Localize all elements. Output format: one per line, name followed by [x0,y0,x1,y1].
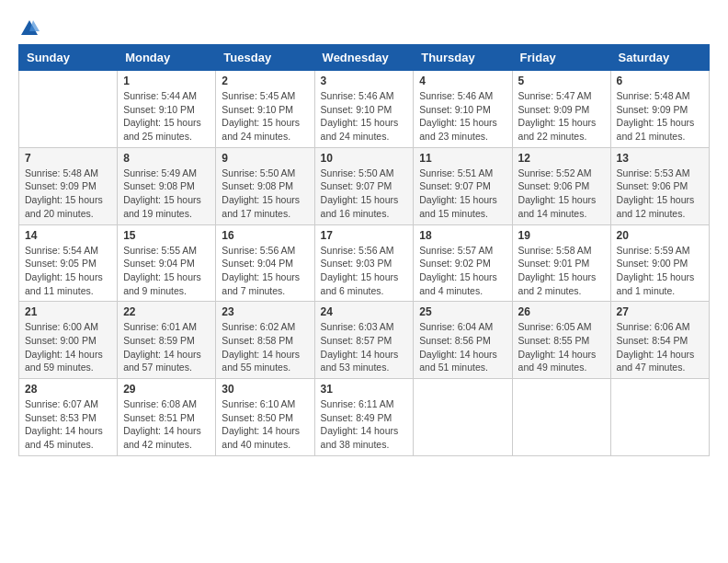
logo-icon [19,18,40,39]
day-detail: Sunrise: 6:08 AMSunset: 8:51 PMDaylight:… [123,397,210,452]
calendar-cell: 24 Sunrise: 6:03 AMSunset: 8:57 PMDaylig… [314,302,414,379]
calendar-cell: 27 Sunrise: 6:06 AMSunset: 8:54 PMDaylig… [610,302,709,379]
calendar-cell: 16 Sunrise: 5:56 AMSunset: 9:04 PMDaylig… [216,224,314,302]
calendar-cell: 26 Sunrise: 6:05 AMSunset: 8:55 PMDaylig… [512,302,610,379]
calendar-cell: 5 Sunrise: 5:47 AMSunset: 9:09 PMDayligh… [512,71,610,148]
weekday-header-tuesday: Tuesday [216,45,314,71]
day-detail: Sunrise: 6:01 AMSunset: 8:59 PMDaylight:… [123,320,210,374]
day-number: 16 [222,229,308,242]
day-number: 30 [222,383,308,396]
day-detail: Sunrise: 6:04 AMSunset: 8:56 PMDaylight:… [419,320,506,374]
day-detail: Sunrise: 5:46 AMSunset: 9:10 PMDaylight:… [321,89,408,144]
day-number: 17 [321,229,408,242]
day-detail: Sunrise: 5:48 AMSunset: 9:09 PMDaylight:… [25,167,111,221]
day-number: 1 [123,75,210,87]
calendar-cell [512,379,610,456]
day-detail: Sunrise: 6:02 AMSunset: 8:58 PMDaylight:… [222,320,308,374]
day-detail: Sunrise: 5:49 AMSunset: 9:08 PMDaylight:… [123,167,210,221]
day-number: 13 [617,152,703,165]
calendar-cell [610,379,709,456]
day-number: 3 [321,75,408,87]
calendar-cell: 19 Sunrise: 5:58 AMSunset: 9:01 PMDaylig… [512,224,610,302]
day-number: 9 [222,152,308,165]
day-number: 29 [123,383,210,396]
day-number: 15 [123,229,210,242]
calendar-cell: 20 Sunrise: 5:59 AMSunset: 9:00 PMDaylig… [610,224,709,302]
calendar-cell: 17 Sunrise: 5:56 AMSunset: 9:03 PMDaylig… [314,224,414,302]
calendar-cell: 25 Sunrise: 6:04 AMSunset: 8:56 PMDaylig… [414,302,512,379]
calendar-cell: 13 Sunrise: 5:53 AMSunset: 9:06 PMDaylig… [610,147,709,224]
day-detail: Sunrise: 6:03 AMSunset: 8:57 PMDaylight:… [321,320,408,374]
page-header [18,18,710,35]
day-number: 22 [123,305,210,318]
day-number: 23 [222,305,308,318]
weekday-header-wednesday: Wednesday [314,45,414,71]
day-number: 25 [419,305,506,318]
calendar-cell: 8 Sunrise: 5:49 AMSunset: 9:08 PMDayligh… [118,147,216,224]
calendar-cell: 28 Sunrise: 6:07 AMSunset: 8:53 PMDaylig… [19,379,118,456]
calendar-cell: 23 Sunrise: 6:02 AMSunset: 8:58 PMDaylig… [216,302,314,379]
logo [18,18,40,35]
day-detail: Sunrise: 5:50 AMSunset: 9:08 PMDaylight:… [222,167,308,221]
calendar-cell: 15 Sunrise: 5:55 AMSunset: 9:04 PMDaylig… [118,224,216,302]
weekday-header-friday: Friday [512,45,610,71]
calendar-cell: 21 Sunrise: 6:00 AMSunset: 9:00 PMDaylig… [19,302,118,379]
calendar-cell [19,71,118,148]
day-detail: Sunrise: 5:48 AMSunset: 9:09 PMDaylight:… [617,89,703,144]
weekday-header-sunday: Sunday [19,45,118,71]
day-number: 5 [518,75,605,87]
day-detail: Sunrise: 5:47 AMSunset: 9:09 PMDaylight:… [518,89,605,144]
day-number: 31 [321,383,408,396]
day-number: 12 [518,152,605,165]
day-detail: Sunrise: 5:50 AMSunset: 9:07 PMDaylight:… [321,167,408,221]
day-detail: Sunrise: 5:57 AMSunset: 9:02 PMDaylight:… [419,244,506,298]
day-number: 19 [518,229,605,242]
day-detail: Sunrise: 5:55 AMSunset: 9:04 PMDaylight:… [123,244,210,298]
calendar-week-row: 7 Sunrise: 5:48 AMSunset: 9:09 PMDayligh… [19,147,710,224]
day-detail: Sunrise: 6:06 AMSunset: 8:54 PMDaylight:… [617,320,703,374]
day-detail: Sunrise: 6:07 AMSunset: 8:53 PMDaylight:… [25,397,111,452]
calendar-cell: 12 Sunrise: 5:52 AMSunset: 9:06 PMDaylig… [512,147,610,224]
day-number: 26 [518,305,605,318]
calendar-cell: 22 Sunrise: 6:01 AMSunset: 8:59 PMDaylig… [118,302,216,379]
day-detail: Sunrise: 6:00 AMSunset: 9:00 PMDaylight:… [25,320,111,374]
day-number: 8 [123,152,210,165]
calendar-week-row: 1 Sunrise: 5:44 AMSunset: 9:10 PMDayligh… [19,71,710,148]
day-number: 4 [419,75,506,87]
day-number: 18 [419,229,506,242]
day-number: 21 [25,305,111,318]
day-detail: Sunrise: 5:51 AMSunset: 9:07 PMDaylight:… [419,167,506,221]
calendar-cell: 18 Sunrise: 5:57 AMSunset: 9:02 PMDaylig… [414,224,512,302]
calendar-cell: 30 Sunrise: 6:10 AMSunset: 8:50 PMDaylig… [216,379,314,456]
calendar-cell [414,379,512,456]
calendar-week-row: 14 Sunrise: 5:54 AMSunset: 9:05 PMDaylig… [19,224,710,302]
calendar-cell: 4 Sunrise: 5:46 AMSunset: 9:10 PMDayligh… [414,71,512,148]
calendar-cell: 11 Sunrise: 5:51 AMSunset: 9:07 PMDaylig… [414,147,512,224]
weekday-header-monday: Monday [118,45,216,71]
calendar-cell: 14 Sunrise: 5:54 AMSunset: 9:05 PMDaylig… [19,224,118,302]
day-detail: Sunrise: 5:52 AMSunset: 9:06 PMDaylight:… [518,167,605,221]
day-detail: Sunrise: 5:56 AMSunset: 9:04 PMDaylight:… [222,244,308,298]
day-number: 6 [617,75,703,87]
weekday-header-thursday: Thursday [414,45,512,71]
calendar-header-row: SundayMondayTuesdayWednesdayThursdayFrid… [19,45,710,71]
calendar-cell: 31 Sunrise: 6:11 AMSunset: 8:49 PMDaylig… [314,379,414,456]
day-number: 28 [25,383,111,396]
calendar-week-row: 21 Sunrise: 6:00 AMSunset: 9:00 PMDaylig… [19,302,710,379]
day-detail: Sunrise: 5:44 AMSunset: 9:10 PMDaylight:… [123,89,210,144]
day-number: 20 [617,229,703,242]
day-detail: Sunrise: 5:58 AMSunset: 9:01 PMDaylight:… [518,244,605,298]
day-detail: Sunrise: 5:56 AMSunset: 9:03 PMDaylight:… [321,244,408,298]
day-detail: Sunrise: 5:54 AMSunset: 9:05 PMDaylight:… [25,244,111,298]
day-number: 14 [25,229,111,242]
calendar-cell: 29 Sunrise: 6:08 AMSunset: 8:51 PMDaylig… [118,379,216,456]
day-detail: Sunrise: 5:45 AMSunset: 9:10 PMDaylight:… [222,89,308,144]
day-number: 7 [25,152,111,165]
day-number: 27 [617,305,703,318]
day-detail: Sunrise: 5:53 AMSunset: 9:06 PMDaylight:… [617,167,703,221]
calendar-cell: 3 Sunrise: 5:46 AMSunset: 9:10 PMDayligh… [314,71,414,148]
calendar-cell: 9 Sunrise: 5:50 AMSunset: 9:08 PMDayligh… [216,147,314,224]
calendar-table: SundayMondayTuesdayWednesdayThursdayFrid… [18,44,710,456]
day-detail: Sunrise: 6:11 AMSunset: 8:49 PMDaylight:… [321,397,408,452]
day-detail: Sunrise: 6:05 AMSunset: 8:55 PMDaylight:… [518,320,605,374]
